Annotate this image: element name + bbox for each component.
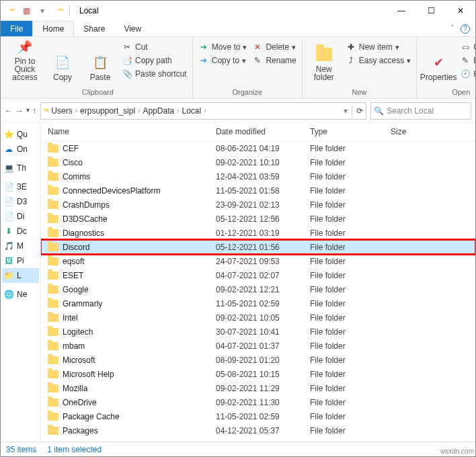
paste-shortcut-button[interactable]: 📎Paste shortcut bbox=[120, 68, 188, 80]
easy-access-button[interactable]: ⤴Easy access ▾ bbox=[344, 54, 412, 67]
dropdown-icon[interactable]: ▾ bbox=[344, 106, 348, 116]
table-row[interactable]: Mozilla09-02-2021 11:29File folder bbox=[41, 381, 475, 395]
copy-to-button[interactable]: ➜Copy to ▾ bbox=[197, 54, 249, 67]
paste-button[interactable]: 📋Paste bbox=[83, 40, 118, 83]
collapse-ribbon-icon[interactable]: ˆ bbox=[451, 24, 454, 34]
table-row[interactable]: Microsoft Help05-08-2021 10:15File folde… bbox=[41, 367, 475, 381]
folder-icon bbox=[48, 201, 58, 209]
watermark: wsxdn.com bbox=[440, 448, 474, 455]
table-row[interactable]: CrashDumps23-09-2021 02:13File folder bbox=[41, 198, 475, 212]
table-row[interactable]: Microsoft08-09-2021 01:20File folder bbox=[41, 353, 475, 367]
folder-icon bbox=[48, 243, 58, 251]
help-icon[interactable]: ? bbox=[461, 24, 470, 34]
nav-item[interactable]: 🖼Pi bbox=[2, 253, 39, 268]
copy-button[interactable]: 📄Copy bbox=[45, 40, 80, 83]
cut-button[interactable]: ✂Cut bbox=[120, 41, 188, 53]
file-type: File folder bbox=[310, 257, 391, 266]
nav-icon: 🖼 bbox=[3, 256, 14, 265]
tab-home[interactable]: Home bbox=[32, 21, 74, 36]
table-row[interactable]: ConnectedDevicesPlatform11-05-2021 01:58… bbox=[41, 183, 475, 198]
col-type[interactable]: Type bbox=[310, 127, 391, 136]
col-date[interactable]: Date modified bbox=[216, 127, 310, 136]
maximize-button[interactable]: ☐ bbox=[416, 1, 446, 20]
folder-icon bbox=[48, 144, 58, 153]
file-type: File folder bbox=[310, 313, 391, 323]
table-row[interactable]: Google09-02-2021 12:21File folder bbox=[41, 282, 475, 296]
back-button[interactable]: ← bbox=[5, 106, 13, 116]
nav-item[interactable]: 🎵M bbox=[2, 239, 39, 253]
copy-path-button[interactable]: 📑Copy path bbox=[120, 54, 188, 67]
table-row[interactable]: OneDrive09-02-2021 11:30File folder bbox=[41, 395, 475, 409]
table-row[interactable]: Discord05-12-2021 01:56File folder bbox=[41, 240, 475, 254]
crumb-users[interactable]: Users bbox=[51, 106, 72, 116]
table-row[interactable]: Comms12-04-2021 03:59File folder bbox=[41, 169, 475, 183]
recent-locations-icon[interactable]: ▾ bbox=[26, 106, 30, 116]
crumb-appdata[interactable]: AppData bbox=[143, 106, 174, 116]
nav-item[interactable]: 📄3E bbox=[2, 179, 39, 194]
table-row[interactable]: Grammarly11-05-2021 02:59File folder bbox=[41, 296, 475, 310]
new-item-button[interactable]: ✚New item ▾ bbox=[344, 41, 412, 53]
nav-item[interactable]: 📄D3 bbox=[2, 194, 39, 209]
nav-item[interactable]: 📄Di bbox=[2, 209, 39, 224]
folder-icon bbox=[48, 384, 58, 392]
nav-label: Di bbox=[17, 212, 24, 221]
qat-props-icon[interactable]: ▦ bbox=[19, 6, 33, 15]
nav-item[interactable]: 📁L bbox=[2, 268, 39, 283]
table-row[interactable]: Intel09-02-2021 10:05File folder bbox=[41, 310, 475, 325]
refresh-button[interactable]: ⟳ bbox=[356, 106, 363, 116]
table-row[interactable]: mbam04-07-2021 01:37File folder bbox=[41, 339, 475, 353]
crumb-local[interactable]: Local bbox=[182, 106, 201, 116]
table-row[interactable]: Cisco09-02-2021 10:10File folder bbox=[41, 155, 475, 169]
forward-button[interactable]: → bbox=[15, 106, 24, 116]
history-button[interactable]: 🕘History bbox=[459, 68, 476, 80]
nav-label: D3 bbox=[17, 197, 27, 206]
nav-item[interactable]: 💻Th bbox=[2, 161, 39, 175]
file-date: 04-07-2021 02:07 bbox=[216, 271, 310, 280]
table-row[interactable]: CEF08-06-2021 04:19File folder bbox=[41, 141, 475, 155]
up-button[interactable]: ↑ bbox=[32, 106, 36, 116]
history-icon: 🕘 bbox=[460, 69, 471, 79]
minimize-button[interactable]: — bbox=[387, 1, 416, 20]
close-button[interactable]: ✕ bbox=[446, 1, 475, 20]
file-type: File folder bbox=[310, 144, 391, 153]
pin-quick-access-button[interactable]: 📌Pin to Quick access bbox=[7, 40, 42, 83]
file-name: eqsoft bbox=[63, 257, 85, 266]
rename-button[interactable]: ✎Rename bbox=[251, 54, 297, 67]
search-input[interactable]: 🔍 Search Local bbox=[370, 102, 471, 120]
qat-chevron-icon[interactable]: ▾ bbox=[36, 6, 49, 15]
file-date: 30-07-2021 10:41 bbox=[216, 327, 310, 337]
breadcrumb[interactable]: › Users› erpsupport_sipl› AppData› Local… bbox=[40, 102, 366, 120]
move-to-button[interactable]: ➜Move to ▾ bbox=[197, 41, 249, 53]
crumb-user[interactable]: erpsupport_sipl bbox=[80, 106, 135, 116]
file-type: File folder bbox=[310, 356, 391, 365]
tab-view[interactable]: View bbox=[114, 21, 151, 36]
properties-button[interactable]: ✔Properties bbox=[421, 40, 456, 83]
status-bar: 35 items 1 item selected bbox=[1, 442, 475, 456]
table-row[interactable]: Logitech30-07-2021 10:41File folder bbox=[41, 325, 475, 339]
new-folder-icon bbox=[316, 46, 332, 63]
file-name: D3DSCache bbox=[63, 214, 108, 224]
tab-file[interactable]: File bbox=[1, 21, 32, 36]
copy-icon: 📄 bbox=[54, 54, 71, 71]
table-row[interactable]: eqsoft24-07-2021 09:53File folder bbox=[41, 254, 475, 268]
group-clipboard-label: Clipboard bbox=[7, 87, 188, 97]
col-name[interactable]: Name bbox=[41, 127, 216, 136]
tab-share[interactable]: Share bbox=[74, 21, 114, 36]
new-folder-button[interactable]: New folder bbox=[307, 40, 342, 83]
table-row[interactable]: Packages04-12-2021 05:37File folder bbox=[41, 423, 475, 438]
edit-button[interactable]: ✎Edit bbox=[459, 54, 476, 67]
nav-item[interactable]: ⭐Qu bbox=[2, 127, 39, 142]
column-headers: Name Date modified Type Size bbox=[41, 123, 475, 141]
file-date: 23-09-2021 02:13 bbox=[216, 200, 310, 210]
table-row[interactable]: Diagnostics01-12-2021 03:19File folder bbox=[41, 226, 475, 240]
nav-item[interactable]: 🌐Ne bbox=[2, 287, 39, 302]
table-row[interactable]: D3DSCache05-12-2021 12:56File folder bbox=[41, 212, 475, 226]
open-button[interactable]: ▭Open ▾ bbox=[459, 41, 476, 53]
nav-item[interactable]: ☁On bbox=[2, 142, 39, 157]
folder-icon bbox=[48, 356, 58, 364]
table-row[interactable]: Package Cache11-05-2021 02:59File folder bbox=[41, 409, 475, 423]
table-row[interactable]: ESET04-07-2021 02:07File folder bbox=[41, 268, 475, 282]
delete-button[interactable]: ✕Delete ▾ bbox=[251, 41, 297, 53]
col-size[interactable]: Size bbox=[391, 127, 444, 136]
nav-item[interactable]: ⬇Dc bbox=[2, 224, 39, 239]
